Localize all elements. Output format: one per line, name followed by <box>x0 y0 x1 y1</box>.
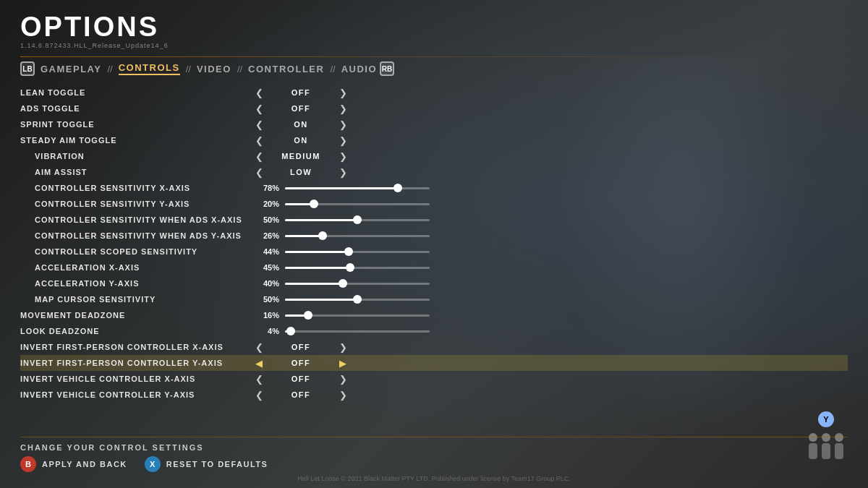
setting-control-9: 26% <box>252 231 454 240</box>
slider-7[interactable] <box>285 203 430 205</box>
setting-control-13: 50% <box>252 295 454 304</box>
setting-control-19: ❮OFF❯ <box>252 390 454 401</box>
version-label: 1.14.6.872433.HLL_Release_Update14_6 <box>20 42 848 49</box>
slider-thumb-9 <box>318 231 327 240</box>
setting-value-4: MEDIUM <box>272 152 330 160</box>
left-arrow-17[interactable]: ◀ <box>252 358 266 369</box>
setting-value-1: OFF <box>272 104 330 113</box>
setting-row-9: CONTROLLER SENSITIVITY WHEN ADS Y-AXIS26… <box>20 228 848 244</box>
slider-12[interactable] <box>285 283 430 285</box>
left-arrow-5[interactable]: ❮ <box>252 167 266 178</box>
reset-defaults-button[interactable]: X RESET TO DEFAULTS <box>145 456 268 472</box>
setting-label-19: INVERT VEHICLE CONTROLLER Y-AXIS <box>20 390 252 399</box>
left-arrow-2[interactable]: ❮ <box>252 119 266 130</box>
setting-control-5: ❮LOW❯ <box>252 167 454 178</box>
page-title: OPTIONS <box>20 13 848 40</box>
pct-label-10: 44% <box>252 247 279 256</box>
nav-item-video[interactable]: VIDEO <box>197 64 231 74</box>
setting-label-1: ADS TOGGLE <box>20 104 252 113</box>
slider-thumb-11 <box>346 263 354 272</box>
setting-control-10: 44% <box>252 247 454 256</box>
slider-15[interactable] <box>285 330 430 333</box>
setting-row-17: INVERT FIRST-PERSON CONTROLLER Y-AXIS◀OF… <box>20 355 848 371</box>
right-arrow-1[interactable]: ❯ <box>336 103 350 114</box>
slider-track-11 <box>285 267 430 269</box>
setting-label-15: LOOK DEADZONE <box>20 327 252 335</box>
apply-back-button[interactable]: B APPLY AND BACK <box>20 456 127 472</box>
setting-row-2: SPRINT TOGGLE❮ON❯ <box>20 116 848 132</box>
setting-value-17: OFF <box>272 359 330 367</box>
right-arrow-18[interactable]: ❯ <box>336 374 350 385</box>
right-arrow-5[interactable]: ❯ <box>336 167 350 178</box>
setting-row-13: MAP CURSOR SENSITIVITY50% <box>20 291 848 307</box>
rb-badge[interactable]: RB <box>380 61 394 76</box>
right-arrow-17[interactable]: ▶ <box>336 358 350 369</box>
left-arrow-4[interactable]: ❮ <box>252 151 266 162</box>
slider-fill-13 <box>285 299 357 301</box>
setting-label-9: CONTROLLER SENSITIVITY WHEN ADS Y-AXIS <box>20 231 252 240</box>
setting-label-12: ACCELERATION Y-AXIS <box>20 279 252 288</box>
setting-row-3: STEADY AIM TOGGLE❮ON❯ <box>20 132 848 148</box>
slider-fill-12 <box>285 283 343 285</box>
slider-9[interactable] <box>285 235 430 237</box>
setting-control-1: ❮OFF❯ <box>252 103 454 114</box>
setting-control-0: ❮OFF❯ <box>252 87 454 98</box>
slider-track-6 <box>285 187 430 189</box>
setting-value-19: OFF <box>272 390 330 399</box>
right-arrow-19[interactable]: ❯ <box>336 390 350 401</box>
slider-13[interactable] <box>285 299 430 301</box>
pct-label-7: 20% <box>252 200 279 208</box>
right-arrow-4[interactable]: ❯ <box>336 151 350 162</box>
slider-14[interactable] <box>285 314 430 317</box>
setting-row-12: ACCELERATION Y-AXIS40% <box>20 275 848 291</box>
right-arrow-2[interactable]: ❯ <box>336 119 350 130</box>
nav-sep-1: // <box>107 64 112 74</box>
setting-label-11: ACCELERATION X-AXIS <box>20 263 252 272</box>
slider-fill-6 <box>285 187 398 189</box>
setting-row-0: LEAN TOGGLE❮OFF❯ <box>20 85 848 100</box>
pct-label-12: 40% <box>252 279 279 288</box>
left-arrow-19[interactable]: ❮ <box>252 390 266 401</box>
slider-thumb-13 <box>353 295 362 304</box>
left-arrow-3[interactable]: ❮ <box>252 135 266 146</box>
setting-value-0: OFF <box>272 88 330 97</box>
setting-control-7: 20% <box>252 200 454 208</box>
slider-fill-8 <box>285 219 357 221</box>
main-content: OPTIONS 1.14.6.872433.HLL_Release_Update… <box>0 0 868 488</box>
nav-item-controls[interactable]: CONTROLS <box>119 62 180 75</box>
slider-fill-11 <box>285 267 350 269</box>
x-badge: X <box>145 456 161 472</box>
setting-row-5: AIM ASSIST❮LOW❯ <box>20 164 848 180</box>
setting-row-15: LOOK DEADZONE4% <box>20 323 848 339</box>
setting-value-2: ON <box>272 120 330 129</box>
right-arrow-0[interactable]: ❯ <box>336 87 350 98</box>
nav-sep-4: // <box>330 64 335 74</box>
pct-label-14: 16% <box>252 311 279 320</box>
right-arrow-3[interactable]: ❯ <box>336 135 350 146</box>
setting-row-8: CONTROLLER SENSITIVITY WHEN ADS X-AXIS50… <box>20 212 848 228</box>
slider-11[interactable] <box>285 267 430 269</box>
setting-control-2: ❮ON❯ <box>252 119 454 130</box>
setting-label-7: CONTROLLER SENSITIVITY Y-AXIS <box>20 200 252 208</box>
nav-item-controller[interactable]: CONTROLLER <box>248 64 324 74</box>
setting-control-15: 4% <box>252 327 454 335</box>
left-arrow-18[interactable]: ❮ <box>252 374 266 385</box>
left-arrow-16[interactable]: ❮ <box>252 342 266 353</box>
setting-row-16: INVERT FIRST-PERSON CONTROLLER X-AXIS❮OF… <box>20 339 848 355</box>
left-arrow-1[interactable]: ❮ <box>252 103 266 114</box>
title-area: OPTIONS 1.14.6.872433.HLL_Release_Update… <box>20 13 848 49</box>
nav-item-gameplay[interactable]: GAMEPLAY <box>41 64 101 74</box>
left-arrow-0[interactable]: ❮ <box>252 87 266 98</box>
lb-badge[interactable]: LB <box>20 61 35 76</box>
setting-value-5: LOW <box>272 168 330 176</box>
setting-control-8: 50% <box>252 215 454 224</box>
slider-6[interactable] <box>285 187 430 189</box>
setting-label-8: CONTROLLER SENSITIVITY WHEN ADS X-AXIS <box>20 215 252 224</box>
nav-item-audio[interactable]: AUDIO <box>341 64 377 74</box>
slider-10[interactable] <box>285 251 430 253</box>
setting-label-13: MAP CURSOR SENSITIVITY <box>20 295 252 304</box>
pct-label-9: 26% <box>252 231 279 240</box>
right-arrow-16[interactable]: ❯ <box>336 342 350 353</box>
slider-8[interactable] <box>285 219 430 221</box>
top-divider <box>20 56 848 57</box>
